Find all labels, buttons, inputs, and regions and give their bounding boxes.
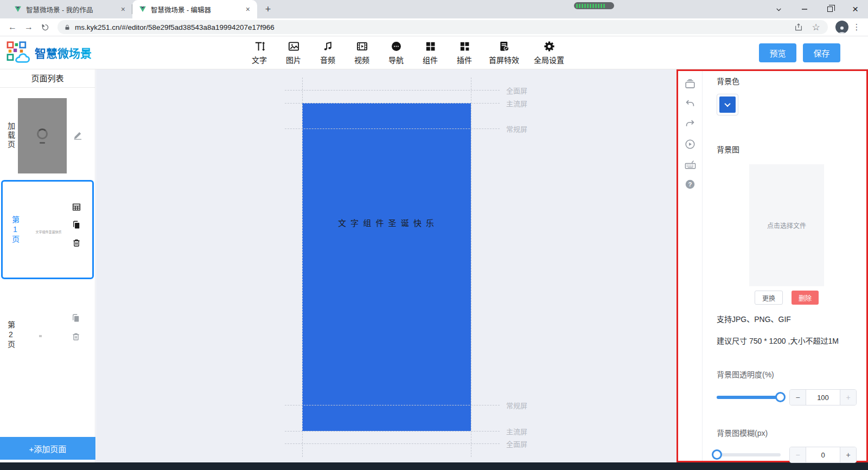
bookmark-star-icon[interactable]: ☆ [809, 21, 822, 34]
opacity-slider[interactable] [717, 396, 781, 399]
text-component[interactable]: 文 字 组 件 圣 诞 快 乐 [302, 217, 471, 228]
blur-slider[interactable] [717, 453, 781, 456]
loading-page-thumbnail[interactable] [18, 98, 67, 173]
tab-title: 智慧微场景 - 编辑器 [151, 4, 240, 15]
edit-pencil-icon[interactable] [72, 130, 83, 141]
layout-grid-icon[interactable] [72, 202, 81, 212]
share-icon[interactable] [792, 21, 805, 34]
page-actions [71, 313, 81, 342]
page-item-loading[interactable]: 加载页 [0, 92, 95, 179]
browser-tab-strip: 智慧微场景 - 我的作品 × 智慧微场景 - 编辑器 × + × [0, 0, 868, 18]
save-button[interactable]: 保存 [803, 43, 840, 62]
editor-toolbar: 文字 图片 音频 视频 导航 组件 [250, 40, 564, 65]
page-list-title: 页面列表 [0, 69, 95, 88]
tool-video[interactable]: 视频 [352, 40, 372, 65]
page-item-2[interactable]: 第2页 [0, 292, 95, 378]
tool-image[interactable]: 图片 [284, 40, 303, 65]
reload-button[interactable] [38, 20, 52, 34]
play-icon [684, 138, 696, 150]
restore-button[interactable] [817, 0, 843, 18]
opacity-stepper: − 100 + [789, 389, 857, 405]
nav-tool-icon [390, 40, 403, 53]
panel-tool-strip: ? [678, 71, 703, 461]
keyboard-icon [684, 158, 697, 171]
address-bar: ← → ms.kyk251.cn/#/editor/58e29f5ad38543… [0, 18, 868, 36]
close-button[interactable]: × [843, 0, 868, 18]
delete-image-button[interactable]: 删除 [792, 291, 819, 305]
tool-splash-effect[interactable]: 首屏特效 [489, 40, 519, 65]
opacity-label: 背景图透明度(%) [717, 369, 857, 379]
supported-formats-text: 支持JPG、PNG、GIF [717, 313, 857, 324]
increase-button[interactable]: + [840, 390, 856, 405]
slider-handle[interactable] [712, 449, 722, 460]
keyboard-shortcuts-button[interactable] [682, 157, 698, 172]
omnibox[interactable]: ms.kyk251.cn/#/editor/58e29f5ad38543a8a1… [58, 20, 828, 34]
tool-component[interactable]: 组件 [420, 40, 440, 65]
copy-page-icon[interactable] [72, 220, 81, 230]
audio-tool-icon [322, 40, 334, 53]
copy-page-icon[interactable] [71, 313, 81, 323]
redo-button[interactable] [682, 117, 698, 132]
os-taskbar [0, 462, 868, 470]
back-button[interactable]: ← [5, 20, 20, 34]
tool-audio[interactable]: 音频 [318, 40, 337, 65]
tool-global-settings[interactable]: 全局设置 [534, 40, 564, 65]
forward-button[interactable]: → [22, 20, 36, 34]
browser-menu-icon[interactable]: ⋮ [851, 22, 863, 32]
minimize-button[interactable] [792, 0, 817, 18]
main-area: 页面列表 加载页 第1页 文字组件圣诞快乐 第2页 [0, 69, 868, 462]
bg-image-label: 背景图 [717, 144, 857, 154]
guide-label: 常规屏 [506, 124, 527, 134]
page-label: 第2页 [5, 321, 16, 350]
page-actions [72, 202, 81, 248]
decrease-button[interactable]: − [790, 390, 806, 405]
bg-image-upload-area[interactable]: 点击选择文件 [749, 164, 824, 286]
slider-handle[interactable] [775, 392, 786, 402]
profile-avatar[interactable] [835, 21, 848, 34]
tool-text[interactable]: 文字 [250, 40, 269, 65]
undo-button[interactable] [682, 96, 698, 112]
help-icon: ? [684, 178, 696, 190]
vue-favicon [139, 5, 146, 13]
opacity-control: − 100 + [717, 389, 857, 405]
svg-text:?: ? [688, 181, 692, 188]
page-stage[interactable]: 文 字 组 件 圣 诞 快 乐 [302, 103, 471, 431]
browser-tab-editor[interactable]: 智慧微场景 - 编辑器 × [132, 0, 257, 18]
tab-close-icon[interactable]: × [119, 5, 127, 14]
tab-search-chevron-icon[interactable] [766, 0, 792, 18]
blur-value[interactable]: 0 [806, 447, 840, 462]
decrease-button[interactable]: − [790, 447, 806, 462]
increase-button[interactable]: + [840, 447, 856, 462]
splash-effect-tool-icon [498, 40, 510, 53]
delete-page-icon[interactable] [72, 238, 81, 248]
add-page-button[interactable]: +添加页面 [0, 437, 95, 460]
app-brand[interactable]: 智慧微场景 [0, 41, 119, 64]
bg-color-picker[interactable] [717, 94, 738, 115]
vertical-guide-right [471, 78, 471, 457]
change-image-button[interactable]: 更换 [755, 291, 783, 305]
loading-spinner [37, 128, 48, 139]
delete-page-icon[interactable] [71, 332, 81, 342]
video-tool-icon [356, 40, 368, 53]
opacity-value[interactable]: 100 [806, 390, 840, 405]
preview-button[interactable]: 预览 [759, 43, 796, 62]
component-tool-icon [424, 40, 437, 53]
browser-tab-my-works[interactable]: 智慧微场景 - 我的作品 × [8, 0, 132, 18]
tab-close-icon[interactable]: × [244, 5, 252, 14]
guide-line-full-screen-bottom [285, 443, 500, 444]
guide-label: 全面屏 [506, 439, 527, 449]
tool-plugin[interactable]: 插件 [455, 40, 474, 65]
pages-panel-button[interactable] [682, 76, 698, 92]
page-item-1-selected[interactable]: 第1页 文字组件圣诞快乐 [1, 180, 94, 279]
guide-label: 常规屏 [506, 400, 527, 410]
guide-label: 主流屏 [506, 426, 527, 436]
background-settings-panel: ? 背景色 背景图 点击选择文件 更换 删除 支持JPG、P [676, 69, 868, 462]
tool-nav[interactable]: 导航 [386, 40, 406, 65]
help-button[interactable]: ? [682, 177, 698, 192]
play-preview-button[interactable] [682, 137, 698, 152]
url-text[interactable]: ms.kyk251.cn/#/editor/58e29f5ad38543a8a1… [75, 23, 788, 31]
guide-label: 全面屏 [506, 85, 527, 95]
chevron-down-icon [724, 101, 730, 107]
new-tab-button[interactable]: + [260, 2, 276, 17]
loading-percent [40, 142, 45, 144]
